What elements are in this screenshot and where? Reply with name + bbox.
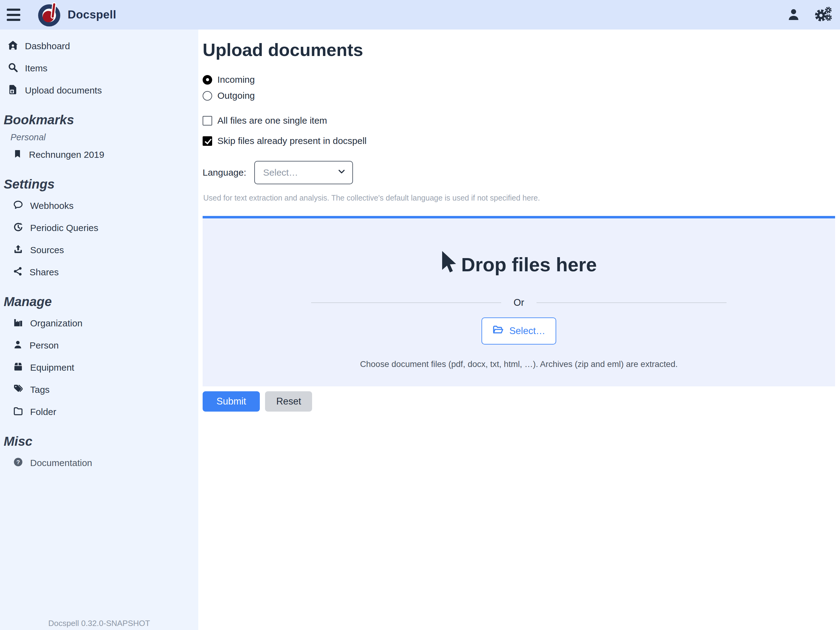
sidebar-item-label: Documentation	[30, 458, 92, 468]
or-divider: Or	[311, 297, 726, 308]
radio-incoming[interactable]: Incoming	[203, 73, 835, 86]
sidebar-item-label: Upload documents	[25, 85, 102, 96]
chevron-down-icon	[338, 167, 346, 178]
account-menu-button[interactable]	[786, 7, 801, 22]
share-nodes-icon	[13, 266, 23, 279]
box-icon	[13, 361, 24, 374]
sidebar-item-person[interactable]: Person	[0, 334, 198, 356]
direction-radio-group: Incoming Outgoing	[203, 73, 835, 102]
sidebar-item-documentation[interactable]: ? Documentation	[0, 452, 198, 474]
checkbox-single-item[interactable]: All files are one single item	[203, 116, 835, 126]
select-files-button[interactable]: Select…	[482, 317, 556, 345]
dropzone-headline: Drop files here	[461, 253, 597, 275]
svg-text:?: ?	[16, 459, 20, 465]
reset-button[interactable]: Reset	[265, 391, 312, 412]
sidebar-item-organization[interactable]: Organization	[0, 312, 198, 334]
app-home-link[interactable]: Docspell	[38, 2, 116, 28]
sidebar-item-items[interactable]: Items	[0, 57, 198, 79]
bookmark-icon	[13, 149, 22, 161]
sidebar-item-label: Folder	[30, 407, 56, 417]
sidebar-item-label: Periodic Queries	[30, 223, 98, 233]
app-version: Docspell 0.32.0-SNAPSHOT	[48, 619, 150, 628]
bookmark-group-personal: Personal	[11, 132, 198, 142]
checkbox-skip-duplicates-label: Skip files already present in docspell	[217, 136, 366, 146]
sidebar-item-periodic-queries[interactable]: Periodic Queries	[0, 217, 198, 239]
sidebar-item-label: Items	[25, 63, 47, 73]
gears-icon	[815, 7, 832, 23]
tags-icon	[13, 384, 24, 396]
sidebar-item-dashboard[interactable]: Dasbhoard	[0, 35, 198, 57]
sidebar-section-manage: Manage	[4, 294, 198, 309]
industry-icon	[13, 317, 24, 330]
sidebar-item-sources[interactable]: Sources	[0, 239, 198, 261]
radio-outgoing-control[interactable]	[203, 91, 212, 101]
question-circle-icon: ?	[13, 457, 24, 469]
app-root: Docspell	[0, 0, 840, 630]
radio-outgoing[interactable]: Outgoing	[203, 90, 835, 102]
file-upload-icon	[8, 84, 18, 97]
language-label: Language:	[203, 167, 246, 178]
sidebar-item-label: Organization	[30, 318, 82, 329]
topbar: Docspell	[0, 0, 840, 30]
radio-incoming-label: Incoming	[217, 74, 255, 85]
sidebar-item-label: Tags	[30, 385, 49, 395]
comment-icon	[13, 199, 24, 212]
radio-incoming-control[interactable]	[203, 75, 212, 85]
dropzone[interactable]: Drop files here Or Select…	[203, 216, 835, 386]
menu-toggle-button[interactable]	[7, 9, 20, 21]
sidebar-item-label: Shares	[30, 267, 59, 277]
checkbox-skip-duplicates-control[interactable]	[203, 136, 212, 146]
checkbox-single-item-label: All files are one single item	[217, 116, 327, 126]
docspell-logo-icon	[38, 2, 62, 28]
sidebar-item-label: Sources	[30, 245, 64, 255]
language-help-text: Used for text extraction and analysis. T…	[203, 193, 835, 203]
sidebar-item-label: Dasbhoard	[25, 41, 70, 51]
sidebar-item-webhooks[interactable]: Webhooks	[0, 195, 198, 217]
sidebar: Dasbhoard Items	[0, 30, 198, 630]
checkbox-skip-duplicates[interactable]: Skip files already present in docspell	[203, 136, 835, 146]
folder-open-icon	[492, 324, 504, 337]
or-label: Or	[501, 297, 536, 308]
app-title: Docspell	[68, 8, 116, 21]
page-title: Upload documents	[203, 40, 835, 60]
language-select-placeholder: Select…	[263, 167, 298, 178]
house-user-icon	[8, 40, 18, 52]
dropzone-hint: Choose document files (pdf, docx, txt, h…	[209, 359, 829, 369]
search-icon	[8, 62, 18, 75]
sidebar-section-misc: Misc	[4, 434, 198, 449]
sidebar-item-label: Rechnungen 2019	[29, 149, 104, 160]
sidebar-item-bookmark-rechnungen-2019[interactable]: Rechnungen 2019	[0, 144, 198, 166]
folder-icon	[13, 406, 24, 418]
settings-menu-button[interactable]	[815, 7, 832, 23]
sidebar-section-settings: Settings	[4, 177, 198, 192]
main-content: Upload documents Incoming Outgoing All f…	[198, 30, 840, 630]
sidebar-item-label: Person	[30, 340, 59, 351]
sidebar-item-shares[interactable]: Shares	[0, 261, 198, 283]
user-icon	[786, 7, 801, 22]
cursor-arrow-icon	[441, 251, 456, 278]
upload-icon	[13, 244, 24, 256]
menu-icon	[7, 9, 20, 11]
select-files-label: Select…	[509, 326, 545, 337]
checkbox-single-item-control[interactable]	[203, 116, 212, 125]
person-icon	[13, 340, 23, 351]
sidebar-section-bookmarks: Bookmarks	[4, 112, 198, 127]
language-select[interactable]: Select…	[254, 161, 353, 184]
submit-button[interactable]: Submit	[203, 391, 260, 412]
sidebar-item-tags[interactable]: Tags	[0, 379, 198, 401]
sidebar-item-label: Equipment	[30, 362, 74, 373]
sidebar-item-folder[interactable]: Folder	[0, 401, 198, 423]
sidebar-item-equipment[interactable]: Equipment	[0, 356, 198, 379]
sidebar-item-upload-documents[interactable]: Upload documents	[0, 79, 198, 101]
radio-outgoing-label: Outgoing	[217, 90, 255, 101]
history-icon	[13, 222, 24, 234]
sidebar-item-label: Webhooks	[30, 201, 74, 211]
